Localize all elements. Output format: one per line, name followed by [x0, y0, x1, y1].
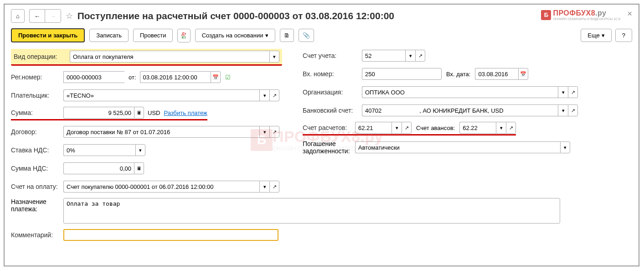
account-open[interactable]: ↗: [415, 50, 425, 62]
organization-input[interactable]: [362, 86, 558, 98]
posted-icon: ☑: [225, 74, 231, 81]
home-icon: ⌂: [16, 13, 20, 20]
organization-label: Организация:: [303, 89, 362, 96]
invoice-dropdown[interactable]: ▾: [259, 181, 269, 193]
split-link[interactable]: Разбить платеж: [164, 109, 207, 116]
in-date-input[interactable]: [475, 68, 518, 80]
in-date-calendar[interactable]: 📅: [518, 68, 528, 80]
arrow-left-icon: ←: [34, 13, 40, 20]
post-and-close-button[interactable]: Провести и закрыть: [11, 28, 85, 42]
document-icon: 🗎: [284, 32, 290, 39]
vat-rate-dropdown[interactable]: ▾: [135, 144, 145, 156]
amount-input[interactable]: [63, 107, 134, 119]
home-button[interactable]: ⌂: [11, 9, 25, 23]
in-number-input[interactable]: [362, 68, 442, 80]
logo: Б ПРОФБУХ8.ру ОНЛАЙН СЕМИНАРЫ И ВИДЕОКУР…: [541, 9, 620, 21]
vat-rate-label: Ставка НДС:: [11, 146, 63, 154]
purpose-textarea[interactable]: [63, 198, 560, 224]
account-label: Счет учета:: [303, 52, 362, 59]
back-button[interactable]: ←: [29, 9, 45, 23]
page-title: Поступление на расчетный счет 0000-00000…: [77, 10, 394, 21]
help-button[interactable]: ?: [615, 29, 632, 42]
calculator-icon: 🖩: [137, 110, 142, 115]
contract-open[interactable]: ↗: [269, 126, 279, 138]
bank-account-dropdown[interactable]: ▾: [558, 104, 568, 116]
currency-label: USD: [148, 109, 160, 116]
amount-calc[interactable]: 🖩: [134, 107, 144, 119]
bank-account-open[interactable]: ↗: [568, 104, 578, 116]
contract-dropdown[interactable]: ▾: [259, 126, 269, 138]
print-button[interactable]: 🗎: [280, 29, 294, 42]
vat-amount-input[interactable]: [63, 162, 134, 174]
dt-kt-button[interactable]: ДтКт: [177, 29, 190, 42]
calendar-icon: 📅: [212, 74, 219, 80]
account-dropdown[interactable]: ▾: [405, 50, 415, 62]
reg-number-input[interactable]: [63, 71, 125, 83]
debt-repay-dropdown[interactable]: ▾: [560, 141, 570, 153]
paperclip-icon: 📎: [303, 32, 310, 39]
reg-date-calendar[interactable]: 📅: [211, 71, 221, 83]
amount-label: Сумма:: [11, 109, 63, 116]
arrow-right-icon: →: [50, 13, 56, 20]
forward-button[interactable]: →: [45, 9, 61, 23]
close-icon[interactable]: ×: [627, 9, 632, 19]
bank-account-input[interactable]: [362, 104, 558, 116]
debt-repay-label: Погашение задолженности:: [303, 140, 355, 155]
contract-label: Договор:: [11, 128, 63, 136]
account-input[interactable]: [362, 50, 405, 62]
advance-account-label: Счет авансов:: [416, 125, 455, 131]
post-button[interactable]: Провести: [133, 29, 173, 42]
payer-open[interactable]: ↗: [269, 89, 279, 101]
in-date-label: Вх. дата:: [446, 71, 470, 78]
comment-label: Комментарий:: [11, 231, 63, 239]
save-button[interactable]: Записать: [89, 29, 129, 42]
in-number-label: Вх. номер:: [303, 70, 362, 78]
settlement-dropdown[interactable]: ▾: [392, 122, 402, 134]
comment-input[interactable]: [63, 229, 278, 241]
payer-input[interactable]: [63, 89, 259, 101]
operation-type-label: Вид операции:: [14, 53, 66, 60]
more-button[interactable]: Еще ▾: [581, 29, 611, 42]
advance-account-input[interactable]: [459, 122, 496, 134]
invoice-label: Счет на оплату:: [11, 183, 63, 190]
settlement-account-input[interactable]: [355, 122, 392, 134]
from-label: от:: [129, 74, 136, 81]
star-icon[interactable]: ☆: [66, 11, 73, 21]
payer-label: Плательщик:: [11, 92, 63, 99]
invoice-input[interactable]: [63, 181, 259, 193]
operation-type-dropdown[interactable]: ▾: [269, 51, 279, 63]
organization-open[interactable]: ↗: [568, 86, 578, 98]
chevron-down-icon: ▾: [265, 32, 268, 39]
reg-date-input[interactable]: [140, 71, 211, 83]
purpose-label: Назначение платежа:: [11, 198, 63, 213]
create-based-button[interactable]: Создать на основании ▾: [195, 29, 275, 42]
attach-button[interactable]: 📎: [299, 29, 314, 42]
calculator-icon: 🖩: [137, 166, 142, 171]
dt-kt-icon: ДтКт: [181, 32, 186, 39]
bank-account-label: Банковский счет:: [303, 107, 362, 114]
debt-repay-input[interactable]: [355, 141, 560, 153]
advance-open[interactable]: ↗: [506, 122, 516, 134]
vat-amount-label: Сумма НДС:: [11, 165, 63, 172]
organization-dropdown[interactable]: ▾: [558, 86, 568, 98]
payer-dropdown[interactable]: ▾: [259, 89, 269, 101]
settlement-open[interactable]: ↗: [402, 122, 412, 134]
invoice-open[interactable]: ↗: [269, 181, 279, 193]
vat-amount-calc[interactable]: 🖩: [134, 162, 144, 174]
advance-dropdown[interactable]: ▾: [496, 122, 506, 134]
operation-type-input[interactable]: [70, 51, 269, 63]
chevron-down-icon: ▾: [602, 32, 605, 39]
calendar-icon: 📅: [520, 71, 526, 77]
vat-rate-input[interactable]: [63, 144, 135, 156]
settlement-account-label: Счет расчетов:: [303, 124, 355, 131]
logo-box-icon: Б: [541, 10, 551, 20]
contract-input[interactable]: [63, 126, 259, 138]
reg-number-label: Рег.номер:: [11, 73, 63, 81]
